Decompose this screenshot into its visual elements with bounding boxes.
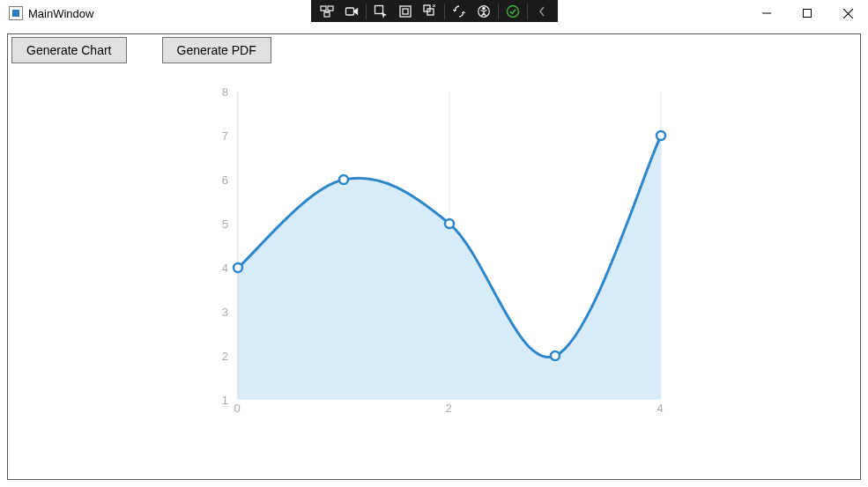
svg-rect-1 [328, 6, 333, 11]
generate-chart-button[interactable]: Generate Chart [11, 37, 127, 63]
window-controls [746, 0, 868, 26]
record-icon[interactable] [339, 2, 364, 21]
svg-point-16 [234, 263, 242, 272]
accessibility-icon[interactable] [471, 2, 496, 21]
chart-x-tick: 4 [657, 402, 663, 415]
button-row: Generate Chart Generate PDF [11, 37, 271, 63]
svg-rect-6 [403, 9, 408, 14]
svg-point-17 [339, 175, 348, 184]
live-visual-tree-icon[interactable] [315, 2, 339, 21]
chart-y-tick: 5 [222, 218, 228, 231]
collapse-chevron-icon[interactable] [530, 2, 554, 21]
check-ok-icon[interactable] [501, 2, 525, 21]
chart-x-labels: 024 [237, 402, 660, 419]
window-title: MainWindow [28, 7, 93, 20]
svg-point-11 [507, 5, 518, 17]
svg-point-18 [445, 219, 454, 228]
minimize-button[interactable] [746, 0, 787, 26]
svg-rect-3 [345, 8, 353, 15]
chart-plot-area [237, 92, 660, 400]
svg-point-19 [551, 351, 560, 360]
chart: 12345678 024 [202, 92, 678, 426]
svg-rect-12 [804, 10, 812, 18]
svg-point-10 [482, 7, 484, 9]
chart-y-tick: 3 [222, 306, 228, 319]
title-bar: MainWindow [0, 0, 868, 27]
close-button[interactable] [827, 0, 868, 26]
client-area: Generate Chart Generate PDF 12345678 024 [7, 33, 861, 480]
hot-reload-icon[interactable] [447, 2, 471, 21]
maximize-button[interactable] [787, 0, 827, 26]
chart-y-tick: 7 [222, 129, 228, 143]
select-element-icon[interactable] [368, 2, 393, 21]
chart-svg [238, 92, 661, 400]
chart-y-tick: 6 [222, 173, 228, 187]
display-layout-icon[interactable] [393, 2, 418, 21]
chart-x-tick: 2 [445, 402, 451, 415]
chart-y-tick: 8 [222, 85, 228, 99]
chart-y-tick: 1 [222, 394, 228, 407]
svg-rect-5 [400, 6, 411, 17]
svg-rect-0 [321, 6, 326, 11]
generate-pdf-button[interactable]: Generate PDF [162, 37, 271, 63]
track-focus-icon[interactable] [418, 2, 442, 21]
debug-toolbar [311, 0, 558, 22]
app-icon [9, 6, 23, 20]
chart-y-tick: 4 [222, 262, 228, 275]
svg-rect-2 [324, 12, 330, 17]
chart-x-tick: 0 [234, 402, 240, 415]
svg-point-20 [657, 131, 665, 140]
chart-y-tick: 2 [222, 350, 228, 363]
chart-y-labels: 12345678 [202, 92, 232, 400]
